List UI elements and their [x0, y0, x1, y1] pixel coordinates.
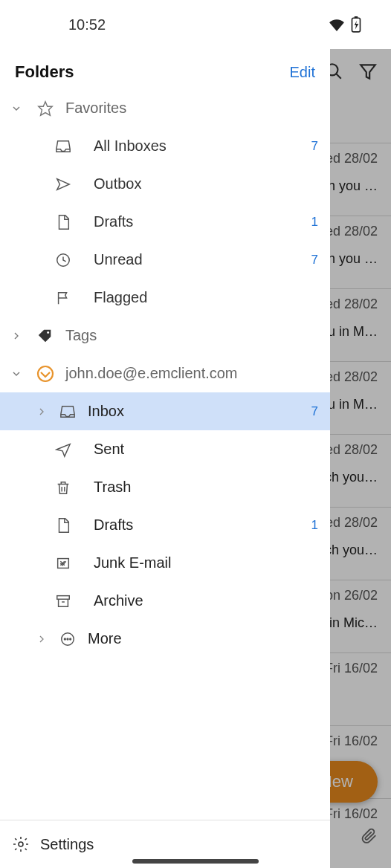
folder-label: Flagged: [94, 289, 303, 306]
outbox-icon: [55, 176, 89, 192]
status-bar: 10:52: [0, 0, 391, 49]
chevron-right-icon: [0, 406, 55, 418]
favorites-item[interactable]: Unread7: [0, 241, 330, 279]
account-section[interactable]: john.doe@e.emclient.com: [0, 354, 330, 392]
folder-label: Unread: [94, 251, 303, 268]
svg-point-6: [47, 331, 49, 333]
svg-point-14: [67, 638, 68, 640]
sent-icon: [55, 441, 89, 458]
status-icons: [329, 16, 361, 33]
battery-icon: [351, 16, 361, 33]
folder-drawer: Folders Edit Favorites All Inboxes7Outbo…: [0, 49, 330, 868]
edit-button[interactable]: Edit: [290, 64, 315, 81]
chevron-down-icon: [0, 368, 33, 380]
account-folder-item[interactable]: Trash: [0, 468, 330, 506]
drafts-icon: [55, 214, 89, 230]
svg-point-7: [38, 366, 53, 381]
account-folder-item[interactable]: Drafts1: [0, 506, 330, 544]
folder-label: Trash: [94, 479, 303, 496]
favorites-item[interactable]: All Inboxes7: [0, 127, 330, 165]
junk-icon: [55, 555, 89, 571]
svg-rect-1: [355, 16, 358, 18]
folder-label: Drafts: [94, 516, 303, 534]
chevron-right-icon: [0, 330, 33, 342]
tag-icon: [33, 328, 58, 344]
wifi-icon: [329, 18, 345, 31]
account-email: john.doe@e.emclient.com: [65, 365, 318, 382]
settings-label: Settings: [40, 836, 94, 853]
folder-label: Archive: [94, 592, 303, 609]
drawer-title: Folders: [15, 62, 74, 82]
svg-marker-4: [39, 101, 52, 114]
inbox-icon: [55, 138, 89, 155]
folder-count: 1: [303, 518, 318, 533]
archive-icon: [55, 593, 89, 609]
svg-point-16: [19, 842, 23, 846]
gear-icon: [12, 835, 30, 853]
folder-count: 1: [303, 215, 318, 230]
favorites-item[interactable]: Outbox: [0, 165, 330, 203]
folder-label: More: [88, 630, 303, 647]
folder-count: 7: [303, 139, 318, 154]
account-folder-item[interactable]: Archive: [0, 582, 330, 620]
tags-label: Tags: [65, 327, 318, 344]
folder-label: Junk E-mail: [94, 554, 303, 571]
trash-icon: [55, 479, 89, 496]
favorites-label: Favorites: [65, 100, 318, 117]
folder-label: Sent: [94, 441, 303, 458]
favorites-item[interactable]: Flagged: [0, 279, 330, 317]
chevron-down-icon: [0, 103, 33, 114]
account-folder-item[interactable]: Sent: [0, 430, 330, 468]
svg-rect-11: [57, 595, 70, 599]
home-indicator[interactable]: [132, 859, 259, 864]
account-folder-item[interactable]: Inbox7: [0, 392, 330, 430]
favorites-item[interactable]: Drafts1: [0, 203, 330, 241]
star-icon: [33, 100, 58, 117]
account-folder-item[interactable]: More: [0, 620, 330, 658]
drafts-icon: [55, 517, 89, 534]
svg-point-13: [64, 638, 65, 640]
account-folder-item[interactable]: Junk E-mail: [0, 544, 330, 582]
inbox-icon: [55, 404, 80, 420]
folder-label: Drafts: [94, 213, 303, 230]
more-icon: [55, 631, 80, 647]
svg-point-15: [70, 638, 71, 640]
folder-count: 7: [303, 404, 318, 419]
folder-label: All Inboxes: [94, 137, 303, 155]
unread-icon: [55, 252, 89, 268]
chevron-right-icon: [0, 633, 55, 645]
account-icon: [33, 365, 58, 383]
favorites-section[interactable]: Favorites: [0, 89, 330, 127]
folder-label: Outbox: [94, 175, 303, 192]
folder-count: 7: [303, 253, 318, 268]
folder-label: Inbox: [88, 403, 303, 420]
clock: 10:52: [68, 16, 106, 33]
flagged-icon: [55, 290, 89, 306]
tags-section[interactable]: Tags: [0, 317, 330, 354]
